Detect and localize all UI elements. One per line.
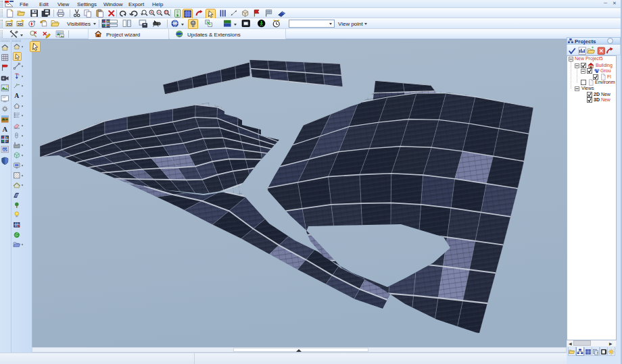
svg-text:A: A xyxy=(3,126,8,133)
svg-text:W: W xyxy=(173,21,178,26)
svg-text:A: A xyxy=(14,92,19,99)
svg-text:?: ? xyxy=(18,74,20,77)
